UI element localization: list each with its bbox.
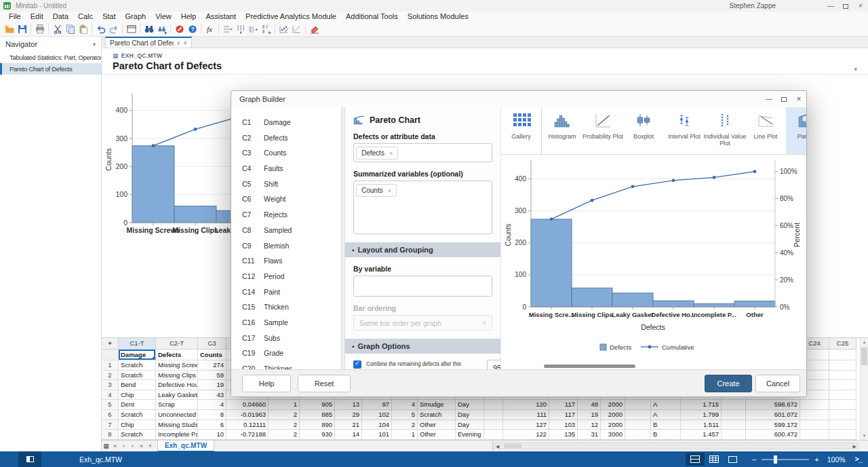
column-item-C14[interactable]: C14Paint: [231, 284, 341, 300]
table-cell[interactable]: 885: [300, 410, 335, 420]
redo-icon[interactable]: [107, 22, 120, 35]
table-cell[interactable]: 905: [300, 400, 335, 410]
help-icon[interactable]: ?: [186, 22, 199, 35]
table-cell[interactable]: [829, 390, 856, 400]
table-cell[interactable]: 1: [269, 400, 300, 410]
zoom-slider-track[interactable]: [762, 459, 809, 460]
gallery-item-histogram[interactable]: Histogram: [542, 107, 583, 154]
table-cell[interactable]: 1.715: [681, 400, 722, 410]
insert-row-icon[interactable]: [221, 22, 234, 35]
table-cell[interactable]: Defective Housi: [156, 380, 198, 390]
scrollbar-thumb[interactable]: [861, 348, 867, 365]
table-cell[interactable]: [722, 430, 746, 440]
gallery-item-line-plot[interactable]: Line Plot: [745, 107, 786, 154]
table-cell[interactable]: Missing Screws: [156, 360, 198, 371]
column-item-C5[interactable]: C5Shift: [231, 176, 341, 192]
table-cell[interactable]: 31: [578, 430, 601, 440]
print-icon[interactable]: [33, 22, 46, 35]
table-cell[interactable]: 104: [362, 420, 392, 430]
column-item-C20[interactable]: C20Thicknes: [231, 361, 341, 369]
menu-stat[interactable]: Stat: [98, 12, 121, 22]
column-item-C9[interactable]: C9Blemish: [231, 238, 341, 254]
table-cell[interactable]: Dent: [119, 400, 156, 410]
table-cell[interactable]: 600.472: [746, 430, 800, 440]
find-icon[interactable]: [142, 22, 155, 35]
table-cell[interactable]: 111: [503, 410, 549, 420]
copy-icon[interactable]: [64, 22, 77, 35]
restore-button[interactable]: [838, 0, 853, 12]
worksheet-tab[interactable]: Exh_qc.MTW: [157, 441, 214, 452]
table-cell[interactable]: [800, 410, 829, 420]
table-cell[interactable]: [829, 430, 856, 440]
column-item-C7[interactable]: C7Rejects: [231, 207, 341, 223]
find-next-icon[interactable]: [155, 22, 168, 35]
table-cell[interactable]: Day: [456, 410, 484, 420]
table-cell[interactable]: 2000: [601, 410, 625, 420]
table-cell[interactable]: 122: [503, 430, 549, 440]
col-header-C3[interactable]: C3: [198, 338, 226, 350]
table-cell[interactable]: 6: [102, 410, 119, 420]
copy-column-icon[interactable]: [260, 22, 273, 35]
table-cell[interactable]: Chip: [119, 390, 156, 400]
gallery-item-gallery[interactable]: Gallery: [501, 107, 542, 154]
save-icon[interactable]: [16, 22, 28, 35]
table-cell[interactable]: Missing Studs: [156, 420, 198, 430]
reset-button[interactable]: Reset: [298, 375, 351, 392]
table-cell[interactable]: Day: [456, 400, 484, 410]
table-cell[interactable]: 8: [102, 430, 119, 440]
table-cell[interactable]: [800, 430, 829, 440]
previous-worksheet-icon[interactable]: ‹: [119, 443, 128, 449]
first-worksheet-icon[interactable]: «: [111, 443, 119, 449]
collapse-section-icon[interactable]: ▴: [352, 343, 355, 349]
table-cell[interactable]: 102: [362, 410, 392, 420]
table-cell[interactable]: 10: [198, 430, 226, 440]
table-cell[interactable]: Smudge: [418, 400, 456, 410]
worksheet-horizontal-scrollbar[interactable]: ◀ ▶: [494, 443, 859, 449]
insert-column-icon[interactable]: [234, 22, 247, 35]
table-cell[interactable]: Day: [456, 420, 484, 430]
split-view-icon[interactable]: [686, 453, 705, 466]
table-cell[interactable]: 14: [335, 430, 362, 440]
column-item-C8[interactable]: C8Sampled: [231, 223, 341, 238]
close-button[interactable]: ×: [853, 0, 868, 12]
counts-chip[interactable]: Counts ×: [356, 184, 397, 197]
column-item-C12[interactable]: C12Period: [231, 269, 341, 284]
defects-field[interactable]: Defects ×: [353, 143, 492, 162]
table-cell[interactable]: [484, 410, 503, 420]
table-cell[interactable]: 4: [392, 400, 418, 410]
table-cell[interactable]: [829, 371, 856, 381]
worksheet-list-icon[interactable]: ▦: [102, 443, 111, 449]
table-cell[interactable]: 97: [362, 400, 392, 410]
combine-checkbox[interactable]: [353, 360, 361, 369]
gallery-item-probability-plot[interactable]: Probability Plot: [583, 107, 623, 154]
cut-icon[interactable]: [51, 22, 64, 35]
table-cell[interactable]: 6: [198, 420, 226, 430]
col-header-C25[interactable]: C25: [829, 338, 856, 350]
zoom-slider-thumb[interactable]: [774, 455, 777, 464]
table-cell[interactable]: 19: [198, 380, 226, 390]
table-cell[interactable]: Scratch: [119, 410, 156, 420]
zoom-out-icon[interactable]: −: [752, 455, 756, 464]
table-cell[interactable]: Scratch: [119, 371, 156, 381]
table-cell[interactable]: 930: [300, 430, 335, 440]
table-cell[interactable]: [484, 430, 503, 440]
navigator-item-pareto-chart[interactable]: Pareto Chart of Defects: [0, 63, 101, 75]
table-cell[interactable]: [484, 420, 503, 430]
table-cell[interactable]: 2000: [601, 400, 625, 410]
gallery-item-boxplot[interactable]: Boxplot: [623, 107, 664, 154]
cancel-button[interactable]: Cancel: [755, 375, 800, 392]
table-cell[interactable]: [102, 350, 119, 360]
table-cell[interactable]: B: [651, 430, 681, 440]
cumulative-percent-input[interactable]: 95.0: [487, 360, 500, 369]
var-name-Counts[interactable]: Counts: [198, 350, 226, 360]
menu-solutions-modules[interactable]: Solutions Modules: [403, 12, 473, 22]
table-cell[interactable]: Other: [418, 430, 456, 440]
table-cell[interactable]: [722, 410, 746, 420]
worksheet-view-icon[interactable]: [705, 453, 724, 466]
table-cell[interactable]: +: [102, 338, 119, 350]
scroll-right-icon[interactable]: ▶: [853, 444, 856, 449]
column-item-C4[interactable]: C4Faults: [231, 161, 341, 176]
menu-edit[interactable]: Edit: [26, 12, 48, 22]
by-variable-field[interactable]: [353, 276, 492, 297]
layout-grouping-section[interactable]: ▴ Layout and Grouping: [345, 242, 500, 257]
